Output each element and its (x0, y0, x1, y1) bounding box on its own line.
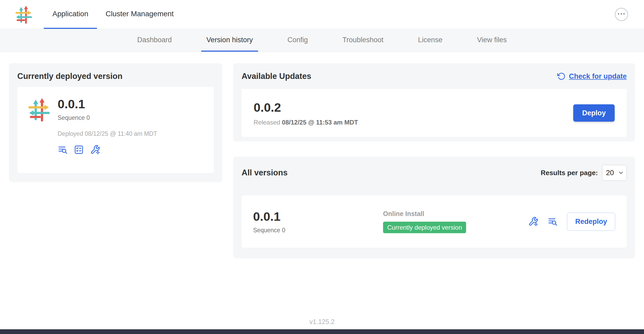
deployed-version-panel: 0.0.1 Sequence 0 Deployed 08/12/25 @ 11:… (17, 87, 214, 173)
deployed-sequence: Sequence 0 (58, 114, 157, 121)
install-type-label: Online Install (383, 210, 466, 218)
version-row: 0.0.1 Sequence 0 Online Install Currentl… (242, 195, 627, 248)
version-row-actions: Redeploy (528, 213, 615, 231)
results-per-page-group: Results per page: 20 (541, 165, 627, 181)
check-for-update-label: Check for update (569, 72, 627, 80)
deployed-actions (58, 145, 157, 155)
refresh-icon (557, 72, 566, 80)
version-row-status: Online Install Currently deployed versio… (383, 210, 466, 233)
ellipsis-icon: ⋯ (617, 9, 626, 18)
deployed-version-details: 0.0.1 Sequence 0 Deployed 08/12/25 @ 11:… (58, 97, 157, 155)
update-details: 0.0.2 Released 08/12/25 @ 11:53 am MDT (254, 100, 358, 126)
release-notes-icon[interactable] (548, 217, 558, 227)
check-for-update-link[interactable]: Check for update (557, 72, 627, 80)
main-content: Currently deployed version 0.0.1 Sequenc… (0, 52, 644, 334)
app-logo-icon (15, 6, 33, 24)
subnav-item-version-history[interactable]: Version history (201, 29, 258, 52)
results-per-page-select[interactable]: 20 (602, 165, 627, 181)
subnav-item-config[interactable]: Config (282, 29, 313, 52)
tab-cluster-management[interactable]: Cluster Management (97, 0, 182, 29)
results-per-page-label: Results per page: (541, 169, 598, 177)
config-icon[interactable] (90, 145, 100, 155)
deployed-version-number: 0.0.1 (58, 97, 157, 111)
update-row: 0.0.2 Released 08/12/25 @ 11:53 am MDT D… (242, 89, 627, 137)
released-prefix: Released (254, 119, 280, 126)
app-icon (27, 98, 51, 121)
currently-deployed-title: Currently deployed version (17, 72, 214, 81)
currently-deployed-card: Currently deployed version 0.0.1 Sequenc… (9, 63, 222, 182)
redeploy-button[interactable]: Redeploy (567, 213, 615, 231)
subnav-item-view-files[interactable]: View files (472, 29, 512, 52)
available-updates-card: Available Updates Check for update 0.0.2… (233, 63, 635, 141)
version-row-details: 0.0.1 Sequence 0 (253, 209, 285, 234)
preflight-checks-icon[interactable] (74, 145, 84, 155)
app-header: Application Cluster Management ⋯ (0, 0, 644, 29)
row-version-number: 0.0.1 (253, 209, 285, 224)
update-released-line: Released 08/12/25 @ 11:53 am MDT (254, 119, 358, 126)
status-badge: Currently deployed version (383, 222, 466, 233)
subnav-item-dashboard[interactable]: Dashboard (132, 29, 177, 52)
available-updates-title: Available Updates (242, 72, 311, 81)
subnav-item-troubleshoot[interactable]: Troubleshoot (337, 29, 389, 52)
release-notes-icon[interactable] (58, 145, 68, 155)
config-icon[interactable] (528, 217, 538, 227)
deploy-button[interactable]: Deploy (573, 104, 615, 122)
bottom-bar (0, 329, 644, 334)
tab-application[interactable]: Application (44, 0, 97, 29)
deployed-timestamp: Deployed 08/12/25 @ 11:40 am MDT (58, 130, 157, 137)
console-version: v1.125.2 (0, 318, 644, 326)
overflow-menu-button[interactable]: ⋯ (615, 8, 628, 21)
row-sequence: Sequence 0 (253, 227, 285, 234)
all-versions-title: All versions (242, 168, 288, 177)
all-versions-card: All versions Results per page: 20 0. (233, 157, 635, 258)
update-version-number: 0.0.2 (254, 100, 358, 115)
header-tabs: Application Cluster Management (44, 0, 182, 29)
subnav-item-license[interactable]: License (413, 29, 448, 52)
app-subnav: Dashboard Version history Config Trouble… (0, 29, 644, 52)
released-date: 08/12/25 @ 11:53 am MDT (282, 119, 358, 126)
page: Application Cluster Management ⋯ Dashboa… (0, 0, 644, 334)
